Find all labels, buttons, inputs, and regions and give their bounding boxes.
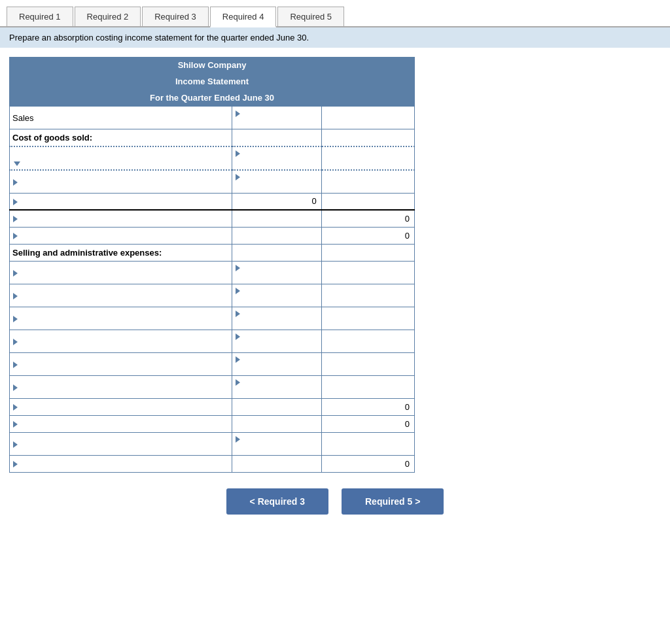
tab-required5[interactable]: Required 5 (277, 7, 344, 26)
final-col3-input[interactable] (325, 459, 412, 469)
cogs-row3-input[interactable] (20, 196, 215, 206)
arrow-icon (13, 384, 18, 391)
sga-row5-input[interactable] (20, 359, 215, 369)
cogs-row5-label (10, 227, 232, 244)
cogs-row2-col3 (321, 170, 414, 194)
cogs-row4-col2 (232, 210, 321, 227)
table-row (10, 415, 415, 432)
instruction-bar: Prepare an absorption costing income sta… (0, 27, 670, 48)
nav-buttons: < Required 3 Required 5 > (9, 488, 661, 515)
cogs-row5-col3 (321, 227, 414, 244)
cogs-row2-col2-input[interactable] (235, 182, 318, 192)
table-row (10, 146, 415, 170)
sga-row5-col2-input[interactable] (235, 364, 318, 374)
cogs-row1-input[interactable] (12, 148, 229, 158)
sga-row2-col2-input[interactable] (235, 296, 318, 305)
sga-total-label (10, 398, 232, 415)
sga-total-input[interactable] (20, 402, 215, 412)
arrow-icon (13, 216, 18, 222)
tab-required1[interactable]: Required 1 (7, 7, 73, 26)
cogs-row5-col2 (232, 227, 321, 244)
arrow-icon (13, 179, 18, 186)
cogs-row3-col2-input[interactable] (235, 196, 318, 206)
tab-required2[interactable]: Required 2 (75, 7, 141, 26)
sga-row1-col2-input[interactable] (235, 273, 318, 282)
dropdown-arrow-icon[interactable] (14, 161, 20, 166)
table-row (10, 398, 415, 415)
arrow-icon (13, 441, 18, 448)
sga-row2-input[interactable] (20, 290, 215, 300)
sga-row3-col2-input[interactable] (235, 318, 318, 328)
sga-row6-col2-input[interactable] (235, 387, 318, 397)
arrow-icon (236, 436, 240, 443)
sga-row1-col2 (232, 261, 321, 284)
cogs-row4-col3 (321, 210, 414, 227)
sga-row6-label (10, 375, 232, 398)
tab-required3[interactable]: Required 3 (142, 7, 209, 26)
gross-col3-input[interactable] (325, 419, 412, 429)
cogs-col2 (232, 129, 321, 146)
sga-col2 (232, 244, 321, 261)
table-row (10, 261, 415, 284)
cogs-row4-col2-input[interactable] (235, 214, 318, 224)
sga-row4-label (10, 330, 232, 352)
sales-col2-input[interactable] (235, 118, 318, 127)
prev-button[interactable]: < Required 3 (226, 488, 328, 515)
arrow-icon (13, 270, 18, 277)
statement-period: For the Quarter Ended June 30 (9, 90, 415, 106)
final-col3 (321, 455, 414, 472)
table-row (10, 193, 415, 210)
sales-label: Sales (10, 107, 232, 129)
arrow-icon (13, 233, 18, 239)
arrow-icon (13, 461, 18, 467)
table-row (10, 352, 415, 375)
sga-label: Selling and administrative expenses: (10, 244, 232, 261)
table-row (10, 284, 415, 307)
sga-row4-col3 (321, 330, 414, 352)
table-row (10, 227, 415, 244)
ni-col2-input[interactable] (235, 444, 318, 454)
cogs-row2-label (10, 170, 232, 194)
sga-row5-col3 (321, 352, 414, 375)
cogs-row1-label (10, 146, 232, 170)
table-row (10, 210, 415, 227)
arrow-icon (13, 362, 18, 368)
cogs-row3-label (10, 193, 232, 210)
sales-col3-input[interactable] (325, 113, 412, 123)
cogs-row4-col3-input[interactable] (325, 214, 412, 224)
table-row (10, 307, 415, 330)
ni-input[interactable] (20, 439, 215, 449)
statement-header: Shilow Company Income Statement For the … (9, 57, 415, 106)
sga-row1-input[interactable] (20, 267, 215, 277)
table-row (10, 375, 415, 398)
sga-col3 (321, 244, 414, 261)
final-input[interactable] (20, 459, 215, 469)
next-button[interactable]: Required 5 > (342, 488, 444, 515)
table-row (10, 170, 415, 194)
sga-row3-input[interactable] (20, 313, 215, 323)
sga-row4-input[interactable] (20, 336, 215, 346)
cogs-row5-col3-input[interactable] (325, 231, 412, 241)
gross-input[interactable] (20, 419, 215, 429)
sga-row3-label (10, 307, 232, 330)
cogs-row5-input[interactable] (20, 231, 215, 241)
cogs-col3 (321, 129, 414, 146)
table-row (10, 330, 415, 352)
tab-required4[interactable]: Required 4 (210, 7, 277, 27)
cogs-row1-col2 (232, 146, 321, 170)
arrow-icon (236, 356, 240, 363)
cogs-row2-input[interactable] (20, 177, 215, 186)
income-statement-table: Sales Cost of goods sold: (9, 106, 415, 473)
sga-row6-input[interactable] (20, 382, 215, 392)
sga-total-col3-input[interactable] (325, 402, 412, 412)
cogs-row1-col2-input[interactable] (235, 158, 318, 168)
sga-row4-col2-input[interactable] (235, 341, 318, 351)
sales-col2 (232, 107, 321, 129)
ni-col2 (232, 432, 321, 455)
arrow-icon (13, 421, 18, 428)
arrow-icon (13, 339, 18, 345)
cogs-row4-input[interactable] (20, 214, 215, 224)
table-row (10, 455, 415, 472)
statement-title: Income Statement (9, 73, 415, 90)
arrow-icon (13, 404, 18, 411)
